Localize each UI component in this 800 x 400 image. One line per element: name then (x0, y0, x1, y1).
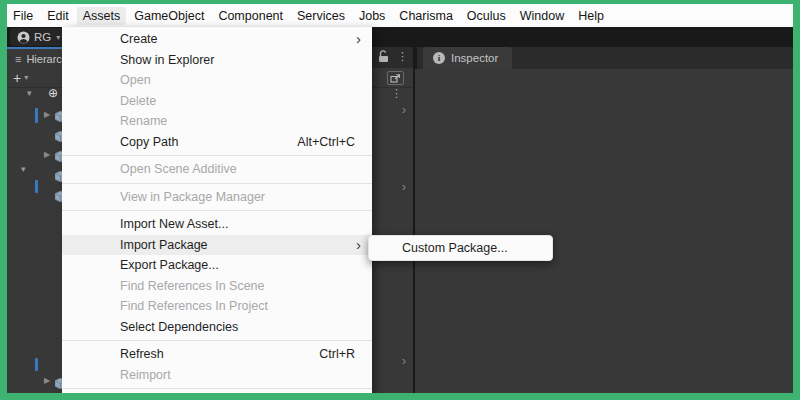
person-icon (17, 31, 30, 44)
foldout-triangle-icon[interactable]: ▾ (27, 89, 32, 98)
hierarchy-list-icon: ≡ (15, 53, 21, 65)
inspector-tab-label: Inspector (451, 52, 498, 64)
menu-item-open: Open (62, 70, 372, 91)
menu-item-label: Open Scene Additive (120, 162, 355, 176)
info-icon: i (433, 52, 445, 64)
menu-item-find-references-in-project: Find References In Project (62, 296, 372, 317)
menu-item-label: View in Package Manager (120, 190, 355, 204)
selection-indicator (35, 180, 38, 193)
lock-icon[interactable] (378, 50, 389, 63)
menu-item-label: Export Package... (120, 258, 355, 272)
submenu-arrow-icon: › (356, 236, 361, 253)
menu-separator (62, 388, 372, 389)
menu-item-find-references-in-scene: Find References In Scene (62, 276, 372, 297)
assets-menu: Create›Show in ExplorerOpenDeleteRenameC… (62, 27, 372, 400)
inspector-tabbar: i Inspector (415, 47, 793, 69)
chevron-right-icon[interactable]: › (402, 104, 406, 116)
menubar-item-jobs[interactable]: Jobs (353, 7, 391, 25)
menu-item-rename: Rename (62, 111, 372, 132)
menu-item-label: Find References In Scene (120, 279, 355, 293)
menu-item-label: Rename (120, 114, 355, 128)
menu-item-show-in-explorer[interactable]: Show in Explorer (62, 50, 372, 71)
menu-item-import-new-asset[interactable]: Import New Asset... (62, 214, 372, 235)
menu-item-create[interactable]: Create› (62, 29, 372, 50)
menu-item-import-package[interactable]: Import Package› (62, 235, 372, 256)
menu-item-refresh[interactable]: RefreshCtrl+R (62, 344, 372, 365)
menu-item-label: Copy Path (120, 135, 297, 149)
import-package-submenu: Custom Package... (368, 235, 553, 261)
menu-item-view-in-package-manager: View in Package Manager (62, 187, 372, 208)
menu-item-label: Open (120, 73, 355, 87)
menu-item-export-package[interactable]: Export Package... (62, 255, 372, 276)
menu-item-copy-path[interactable]: Copy PathAlt+Ctrl+C (62, 132, 372, 153)
menu-item-label: Show in Explorer (120, 53, 355, 67)
menu-separator (62, 155, 372, 156)
menubar-item-window[interactable]: Window (514, 7, 570, 25)
menubar-item-component[interactable]: Component (212, 7, 289, 25)
menu-separator (62, 210, 372, 211)
menubar-item-assets[interactable]: Assets (77, 7, 127, 25)
chevron-right-icon[interactable]: › (402, 355, 406, 367)
maximize-icon[interactable] (387, 71, 404, 85)
menu-item-label: Reimport (120, 368, 355, 382)
kebab-menu-icon[interactable]: ⋮ (391, 88, 402, 99)
kebab-menu-icon[interactable]: ⋮ (397, 51, 408, 62)
menu-item-label: Select Dependencies (120, 320, 355, 334)
menu-item-custom-package[interactable]: Custom Package... (369, 237, 552, 259)
menu-item-label: Import New Asset... (120, 217, 355, 231)
menu-separator (62, 183, 372, 184)
menu-item-shortcut: Ctrl+R (319, 347, 355, 361)
menu-item-label: Import Package (120, 238, 355, 252)
menubar-item-charisma[interactable]: Charisma (393, 7, 459, 25)
menu-item-open-scene-additive: Open Scene Additive (62, 159, 372, 180)
menubar-item-help[interactable]: Help (572, 7, 610, 25)
move-gizmo-icon: ⊕ (48, 86, 58, 100)
menu-item-label: Create (120, 32, 355, 46)
foldout-triangle-icon[interactable]: ▶ (44, 111, 50, 119)
caret-down-icon: ▾ (56, 33, 60, 42)
menubar-item-oculus[interactable]: Oculus (461, 7, 512, 25)
tab-inspector[interactable]: i Inspector (423, 47, 512, 69)
menu-item-label: Find References In Project (120, 299, 355, 313)
plus-icon[interactable]: + (13, 71, 21, 85)
menu-item-label: Refresh (120, 347, 319, 361)
menu-item-label: Delete (120, 94, 355, 108)
account-label: RG (34, 31, 51, 43)
menu-separator (62, 340, 372, 341)
submenu-arrow-icon: › (356, 30, 361, 47)
menubar-item-gameobject[interactable]: GameObject (128, 7, 210, 25)
main-menubar: FileEditAssetsGameObjectComponentService… (4, 4, 793, 27)
foldout-triangle-icon[interactable]: ▾ (21, 165, 26, 174)
selection-indicator (35, 358, 38, 371)
caret-down-icon[interactable]: ▾ (24, 73, 28, 82)
foldout-triangle-icon[interactable]: ▶ (44, 151, 50, 159)
account-button[interactable]: RG ▾ (10, 28, 67, 46)
menu-item-shortcut: Alt+Ctrl+C (297, 135, 355, 149)
inspector-panel: i Inspector (415, 47, 793, 393)
menu-item-select-dependencies[interactable]: Select Dependencies (62, 317, 372, 338)
menu-item-delete: Delete (62, 91, 372, 112)
menubar-item-edit[interactable]: Edit (41, 7, 75, 25)
foldout-triangle-icon[interactable]: ▶ (44, 377, 50, 385)
menubar-item-file[interactable]: File (7, 7, 39, 25)
menu-item-label: Custom Package... (402, 241, 540, 255)
menubar-item-services[interactable]: Services (291, 7, 351, 25)
chevron-right-icon[interactable]: › (402, 181, 406, 193)
inspector-body (417, 69, 793, 393)
menu-item-reimport: Reimport (62, 365, 372, 386)
selection-indicator (35, 108, 38, 123)
